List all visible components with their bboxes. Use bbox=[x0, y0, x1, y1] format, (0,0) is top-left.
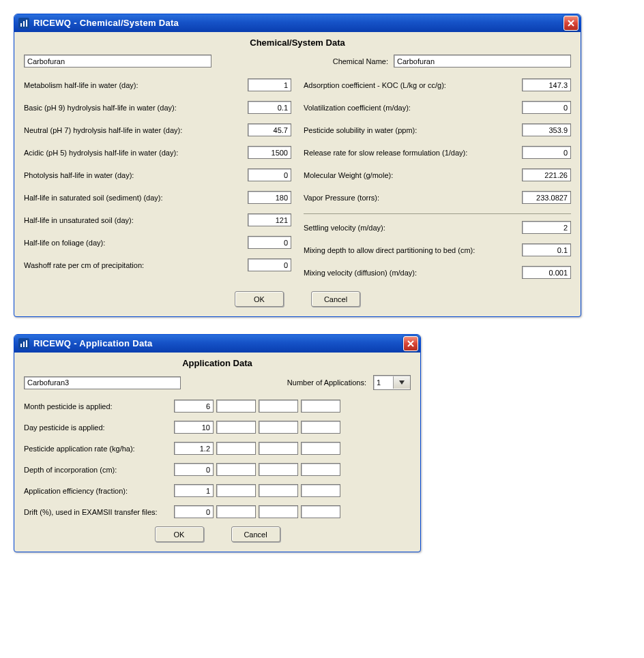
field-label: Volatilization coefficient (m/day): bbox=[304, 104, 522, 112]
right-column: Adsorption coefficient - KOC (L/kg or cc… bbox=[304, 78, 571, 288]
cell-input[interactable]: 1 bbox=[174, 484, 214, 497]
field-input[interactable]: 221.26 bbox=[522, 168, 571, 181]
cell-input[interactable] bbox=[301, 421, 340, 434]
cell-group: 6 bbox=[174, 400, 340, 413]
cell-input[interactable] bbox=[259, 400, 298, 413]
field-input[interactable]: 0 bbox=[248, 258, 291, 271]
cell-input[interactable] bbox=[259, 463, 298, 476]
cell-group: 10 bbox=[174, 421, 340, 434]
field-row: Basic (pH 9) hydrolysis half-life in wat… bbox=[24, 101, 291, 114]
cell-input[interactable] bbox=[301, 484, 340, 497]
num-applications-value: 1 bbox=[374, 378, 393, 387]
field-input[interactable]: 121 bbox=[248, 213, 291, 226]
field-input[interactable]: 233.0827 bbox=[522, 191, 571, 204]
field-label: Drift (%), used in EXAMSII transfer file… bbox=[24, 508, 174, 516]
field-label: Basic (pH 9) hydrolysis half-life in wat… bbox=[24, 104, 248, 112]
field-row: Half-life on foliage (day):0 bbox=[24, 236, 291, 249]
cell-input[interactable]: 1.2 bbox=[174, 442, 214, 455]
field-label: Half-life on foliage (day): bbox=[24, 239, 248, 247]
close-icon[interactable] bbox=[403, 336, 418, 351]
field-label: Half-life in saturated soil (sediment) (… bbox=[24, 194, 248, 202]
cell-input[interactable] bbox=[259, 421, 298, 434]
field-row: Settling velocity (m/day):2 bbox=[304, 221, 571, 234]
field-input[interactable]: 180 bbox=[248, 191, 291, 204]
cell-input[interactable] bbox=[301, 505, 340, 518]
cell-input[interactable] bbox=[216, 400, 256, 413]
field-label: Photolysis half-life in water (day): bbox=[24, 171, 248, 179]
field-label: Washoff rate per cm of precipitation: bbox=[24, 261, 248, 269]
dialog-client: Chemical/System Data Chemical Name: Meta… bbox=[14, 32, 581, 316]
field-row: Adsorption coefficient - KOC (L/kg or cc… bbox=[304, 78, 571, 91]
cell-input[interactable] bbox=[216, 442, 256, 455]
field-label: Release rate for slow release formulatio… bbox=[304, 149, 522, 157]
chemical-name-primary-input[interactable] bbox=[24, 55, 211, 68]
dialog-client: Application Data Number of Applications:… bbox=[14, 353, 420, 552]
field-input[interactable]: 147.3 bbox=[522, 78, 571, 91]
field-input[interactable]: 0.1 bbox=[248, 101, 291, 114]
field-row: Mixing depth to allow direct partitionin… bbox=[304, 243, 571, 256]
field-row: Molecular Weight (g/mole):221.26 bbox=[304, 168, 571, 181]
cell-input[interactable]: 0 bbox=[174, 505, 214, 518]
field-input[interactable]: 0 bbox=[248, 168, 291, 181]
cell-input[interactable] bbox=[301, 442, 340, 455]
field-label: Acidic (pH 5) hydrolysis half-life in wa… bbox=[24, 149, 248, 157]
cell-input[interactable]: 0 bbox=[174, 463, 214, 476]
field-label: Adsorption coefficient - KOC (L/kg or cc… bbox=[304, 81, 522, 89]
cell-group: 1.2 bbox=[174, 442, 340, 455]
field-input[interactable]: 0 bbox=[522, 146, 571, 159]
cell-input[interactable] bbox=[259, 484, 298, 497]
field-label: Settling velocity (m/day): bbox=[304, 224, 522, 232]
field-row: Vapor Pressure (torrs):233.0827 bbox=[304, 191, 571, 204]
field-row: Neutral (pH 7) hydrolysis half-life in w… bbox=[24, 123, 291, 136]
cell-input[interactable] bbox=[216, 505, 256, 518]
field-input[interactable]: 1 bbox=[248, 78, 291, 91]
cell-input[interactable] bbox=[216, 421, 256, 434]
field-row: Washoff rate per cm of precipitation:0 bbox=[24, 258, 291, 271]
divider bbox=[304, 213, 571, 214]
field-label: Molecular Weight (g/mole): bbox=[304, 171, 522, 179]
field-label: Metabolism half-life in water (day): bbox=[24, 81, 248, 89]
application-grid: Month pesticide is applied:6Day pesticid… bbox=[24, 400, 411, 518]
app-field-row: Depth of incorporation (cm):0 bbox=[24, 463, 411, 476]
app-icon bbox=[18, 338, 29, 349]
app-field-row: Month pesticide is applied:6 bbox=[24, 400, 411, 413]
ok-button[interactable]: OK bbox=[235, 291, 284, 307]
field-input[interactable]: 1500 bbox=[248, 146, 291, 159]
cancel-button[interactable]: Cancel bbox=[311, 291, 360, 307]
chemical-name-label: Chemical Name: bbox=[333, 57, 388, 65]
app-field-row: Pesticide application rate (kg/ha):1.2 bbox=[24, 442, 411, 455]
cell-input[interactable]: 6 bbox=[174, 400, 214, 413]
cell-input[interactable] bbox=[301, 463, 340, 476]
field-input[interactable]: 0.001 bbox=[522, 266, 571, 279]
field-input[interactable]: 0.1 bbox=[522, 243, 571, 256]
field-input[interactable]: 2 bbox=[522, 221, 571, 234]
cell-input[interactable] bbox=[259, 505, 298, 518]
cell-group: 0 bbox=[174, 505, 340, 518]
cancel-button[interactable]: Cancel bbox=[231, 526, 280, 542]
num-applications-select[interactable]: 1 bbox=[373, 375, 411, 390]
chevron-down-icon[interactable] bbox=[393, 376, 410, 389]
field-row: Metabolism half-life in water (day):1 bbox=[24, 78, 291, 91]
ok-button[interactable]: OK bbox=[155, 526, 204, 542]
cell-input[interactable] bbox=[216, 484, 256, 497]
field-input[interactable]: 0 bbox=[248, 236, 291, 249]
cell-input[interactable]: 10 bbox=[174, 421, 214, 434]
close-icon[interactable] bbox=[564, 16, 579, 31]
field-row: Pesticide solubility in water (ppm):353.… bbox=[304, 123, 571, 136]
field-label: Neutral (pH 7) hydrolysis half-life in w… bbox=[24, 126, 248, 134]
field-input[interactable]: 353.9 bbox=[522, 123, 571, 136]
field-label: Half-life in unsaturated soil (day): bbox=[24, 216, 248, 224]
window-application-data: RICEWQ - Application Data Application Da… bbox=[14, 334, 421, 552]
app-field-row: Day pesticide is applied:10 bbox=[24, 421, 411, 434]
dialog-heading: Application Data bbox=[24, 358, 411, 368]
field-row: Half-life in unsaturated soil (day):121 bbox=[24, 213, 291, 226]
cell-input[interactable] bbox=[301, 400, 340, 413]
cell-input[interactable] bbox=[259, 442, 298, 455]
field-input[interactable]: 45.7 bbox=[248, 123, 291, 136]
chemical-name-secondary-input[interactable] bbox=[394, 55, 571, 68]
field-input[interactable]: 0 bbox=[522, 101, 571, 114]
application-name-input[interactable] bbox=[24, 376, 181, 389]
field-row: Acidic (pH 5) hydrolysis half-life in wa… bbox=[24, 146, 291, 159]
cell-input[interactable] bbox=[216, 463, 256, 476]
field-row: Release rate for slow release formulatio… bbox=[304, 146, 571, 159]
